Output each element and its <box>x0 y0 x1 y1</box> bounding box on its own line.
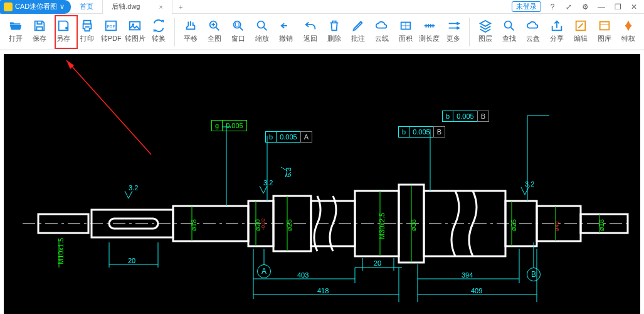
layers-icon <box>477 18 494 34</box>
app-name: CAD迷你看图 <box>15 2 57 11</box>
trash-icon <box>326 18 342 34</box>
tab-new[interactable]: + <box>172 3 189 11</box>
app-menu[interactable]: CAD迷你看图 ∨ <box>0 0 71 14</box>
gtol-b-a: b0.005A <box>266 131 312 143</box>
zoom-icon <box>254 18 270 34</box>
close-icon[interactable]: ✕ <box>629 3 639 11</box>
convert-button[interactable]: 转换 <box>147 16 171 48</box>
cad-drawing-viewport[interactable]: g0.005 b0.005A b0.005B b0.005B A B 20 20… <box>4 54 640 314</box>
dim-20b: 20 <box>374 259 381 267</box>
more-icon <box>445 18 462 34</box>
restore-icon[interactable]: ❐ <box>613 3 623 11</box>
search-icon <box>501 18 517 34</box>
main-toolbar: 打开 保存 另存 打印 PDF转PDF 转图片 转换 平移 全图 窗口 缩放 撤… <box>0 14 644 50</box>
datum-b: B <box>527 268 541 281</box>
save-icon <box>31 18 48 34</box>
share-icon <box>549 18 565 34</box>
pan-button[interactable]: 平移 <box>179 16 203 48</box>
saveas-icon <box>55 18 71 34</box>
cloud-disk-icon <box>525 18 541 34</box>
topdf-button[interactable]: PDF转PDF <box>99 16 123 48</box>
gtol-g: g0.005 <box>212 120 247 131</box>
open-button[interactable]: 打开 <box>4 16 28 48</box>
tab-label: 后轴.dwg <box>112 2 140 11</box>
tab-home[interactable]: 首页 <box>71 0 103 14</box>
edit-button[interactable]: 编辑 <box>569 16 593 48</box>
cloudline-button[interactable]: 云线 <box>370 16 394 48</box>
area-button[interactable]: 面积 <box>394 16 418 48</box>
svg-point-7 <box>258 21 265 28</box>
datum-a: A <box>257 264 271 278</box>
svg-text:PDF: PDF <box>107 24 115 29</box>
length-button[interactable]: 测长度 <box>418 16 441 48</box>
dim-d25a: ø25 <box>285 219 293 231</box>
ra-32a: 3.2 <box>129 184 138 192</box>
cad-geometry <box>4 54 640 314</box>
tab-active-file[interactable]: 后轴.dwg × <box>103 0 172 14</box>
dim-d40tol: ø40 <box>554 221 560 231</box>
delete-button[interactable]: 删除 <box>322 16 346 48</box>
dim-m10: M10x1.5 <box>57 238 65 264</box>
save-button[interactable]: 保存 <box>28 16 51 48</box>
svg-rect-6 <box>236 23 240 26</box>
more-button[interactable]: 更多 <box>441 16 465 48</box>
dim-d25b: ø25 <box>510 219 517 231</box>
annotate-button[interactable]: 批注 <box>346 16 370 48</box>
image-icon <box>127 18 143 34</box>
convert-icon <box>150 18 167 34</box>
svg-rect-11 <box>600 22 610 30</box>
dim-20a: 20 <box>128 257 135 264</box>
print-button[interactable]: 打印 <box>75 16 99 48</box>
print-icon <box>79 18 95 34</box>
ra-32c: 3.2 <box>525 180 534 188</box>
share-button[interactable]: 分享 <box>545 16 569 48</box>
undo-icon <box>278 18 294 34</box>
titlebar-right: 未登录 ? ⤢ ⚙ — ❐ ✕ <box>512 1 644 12</box>
svg-point-5 <box>234 21 241 28</box>
pencil-icon <box>350 18 366 34</box>
minimize-icon[interactable]: — <box>596 3 606 11</box>
vip-button[interactable]: 特权 <box>616 16 640 48</box>
cloud-icon <box>374 18 390 34</box>
return-icon <box>302 18 319 34</box>
ra-63: 6.3 <box>285 168 292 177</box>
ra-32b: 3.2 <box>263 179 273 187</box>
edit-icon <box>573 18 589 34</box>
area-icon <box>398 18 414 34</box>
zoomall-button[interactable]: 全图 <box>203 16 226 48</box>
vip-icon <box>620 18 636 34</box>
return-button[interactable]: 返回 <box>298 16 322 48</box>
app-dropdown-icon: ∨ <box>60 3 65 11</box>
separator <box>469 18 470 46</box>
help-icon[interactable]: ? <box>547 3 557 11</box>
gtol-b-b1: b0.005B <box>399 126 445 138</box>
folder-open-icon <box>8 18 24 34</box>
dim-d38: ø38 <box>409 219 417 231</box>
layers-button[interactable]: 图层 <box>473 16 497 48</box>
dim-d18a: ø18 <box>190 219 198 231</box>
svg-point-9 <box>505 21 512 28</box>
zoom-button[interactable]: 缩放 <box>250 16 274 48</box>
settings-icon[interactable]: ⚙ <box>580 3 590 11</box>
hand-icon <box>182 18 199 34</box>
login-badge[interactable]: 未登录 <box>512 1 541 12</box>
toimg-button[interactable]: 转图片 <box>123 16 147 48</box>
undo-button[interactable]: 撤销 <box>274 16 298 48</box>
app-logo-icon <box>4 3 13 11</box>
fullscreen-icon[interactable]: ⤢ <box>564 3 574 11</box>
title-bar: CAD迷你看图 ∨ 首页 后轴.dwg × + 未登录 ? ⤢ ⚙ — ❐ ✕ <box>0 0 644 14</box>
zoomwindow-button[interactable]: 窗口 <box>226 16 250 48</box>
ruler-icon <box>421 18 438 34</box>
dim-409: 409 <box>471 287 482 295</box>
find-button[interactable]: 查找 <box>497 16 521 48</box>
dim-394: 394 <box>462 271 473 279</box>
saveas-button[interactable]: 另存 <box>51 16 75 48</box>
tab-close-icon[interactable]: × <box>159 3 162 11</box>
clouddisk-button[interactable]: 云盘 <box>521 16 545 48</box>
dim-403: 403 <box>297 271 309 279</box>
dim-418: 418 <box>317 287 329 295</box>
library-button[interactable]: 图库 <box>593 16 616 48</box>
zoom-window-icon <box>230 18 246 34</box>
dim-d20tol: -0.02 <box>260 219 266 230</box>
dim-d18b: ø18 <box>598 219 605 231</box>
